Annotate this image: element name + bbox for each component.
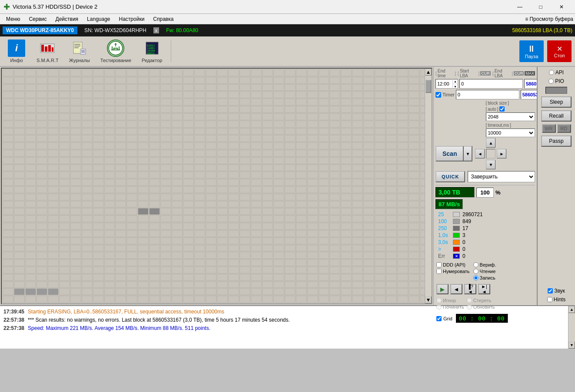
start-lba-input[interactable]: 0	[459, 79, 523, 89]
log-text-3: Speed: Maximum 221 MB/s. Average 154 MB/…	[28, 324, 210, 333]
write-radio[interactable]	[473, 275, 479, 280]
block-params: [ block size ] [ auto ] 2048 512 1024 40…	[486, 101, 535, 137]
scan-cell	[386, 186, 397, 193]
rd-button[interactable]: RD	[557, 124, 571, 133]
time-spinner[interactable]: ▲ ▼	[452, 79, 458, 89]
scan-cell	[3, 201, 13, 208]
scan-cell	[285, 142, 296, 149]
arrow-up-button[interactable]: ▲	[486, 138, 495, 148]
log-scroll-down[interactable]: ▼	[568, 342, 575, 349]
scan-button[interactable]: Scan	[435, 146, 464, 161]
menu-help[interactable]: Справка	[149, 15, 178, 23]
pause-button[interactable]: ⏸ Пауза	[519, 40, 544, 62]
buffer-view-button[interactable]: ≡ Просмотр буфера	[525, 16, 573, 22]
block-size-label: block size	[488, 101, 507, 105]
sound-checkbox[interactable]	[548, 288, 553, 293]
time-down-button[interactable]: ▼	[453, 84, 458, 89]
play-button[interactable]: ▶	[436, 284, 449, 294]
scan-cell	[409, 77, 419, 84]
scan-cell	[352, 179, 363, 186]
hints-checkbox[interactable]	[547, 297, 552, 302]
numerate-checkbox[interactable]	[436, 269, 442, 274]
device-name[interactable]: WDC WD30PURZ-85AKKY0	[3, 26, 77, 34]
read-radio[interactable]	[473, 269, 479, 274]
sleep-button[interactable]: Sleep	[541, 96, 572, 108]
quick-button[interactable]: QUICK	[435, 171, 465, 182]
logs-button[interactable]: Журналы	[66, 38, 93, 65]
scan-cell	[341, 179, 352, 186]
end-time-input[interactable]	[436, 81, 452, 87]
scroll-thumb[interactable]	[425, 80, 431, 93]
arrow-right-button[interactable]: ►	[497, 149, 506, 158]
svg-rect-9	[80, 49, 86, 54]
scan-cell	[262, 281, 273, 288]
editor-button[interactable]: 01011 11001 10100 0001k Редактор	[138, 38, 166, 65]
scan-cell	[375, 165, 386, 171]
end-time-field-container: ▲ ▼	[435, 79, 458, 89]
editor-icon: 01011 11001 10100 0001k	[143, 40, 161, 57]
scan-scroll-bar[interactable]: ▲ ▼	[425, 69, 432, 303]
arrow-down-button[interactable]: ▼	[486, 160, 495, 169]
scroll-down-button[interactable]: ▼	[425, 296, 432, 303]
scan-cell	[329, 84, 340, 91]
recall-button[interactable]: Recall	[541, 110, 572, 122]
menu-settings[interactable]: Настройки	[115, 15, 149, 23]
skip-next-button[interactable]: ►|◄	[478, 284, 490, 294]
erase-radio[interactable]	[467, 298, 472, 303]
scan-cell	[307, 69, 318, 76]
scan-cell	[319, 113, 329, 120]
passp-button[interactable]: Passp	[541, 135, 572, 147]
scan-cell	[37, 208, 47, 215]
block-auto-checkbox[interactable]	[499, 106, 505, 112]
time-up-button[interactable]: ▲	[453, 79, 458, 84]
scan-cell	[273, 121, 284, 128]
skip-prev-button[interactable]: ▐?◄	[464, 284, 476, 294]
scan-cell	[172, 296, 183, 303]
menu-menu[interactable]: Меню	[2, 15, 24, 23]
timer-value-input[interactable]: 0	[456, 90, 519, 99]
log-scroll-up[interactable]: ▲	[568, 306, 575, 313]
arrow-left-button[interactable]: ◄	[475, 149, 485, 158]
scan-cell	[375, 150, 386, 157]
wr-button[interactable]: WR	[542, 124, 556, 133]
menu-service[interactable]: Сервис	[24, 15, 51, 23]
api-radio[interactable]	[549, 70, 554, 75]
pause-icon: ⏸	[527, 44, 536, 54]
info-button[interactable]: i Инфо	[3, 38, 30, 65]
scroll-up-button[interactable]: ▲	[425, 69, 432, 76]
pio-radio[interactable]	[548, 79, 554, 84]
scan-cell	[262, 274, 273, 281]
log-scroll-track[interactable]	[568, 313, 575, 342]
minimize-button[interactable]: —	[510, 0, 530, 14]
test-button[interactable]: Тестирование	[97, 38, 135, 65]
smart-button[interactable]: S.M.A.R.T	[33, 38, 62, 65]
maximize-button[interactable]: □	[531, 0, 551, 14]
log-scroll-bar[interactable]: ▲ ▼	[568, 306, 575, 349]
rewind-button[interactable]: ◄	[450, 284, 462, 294]
timeout-select[interactable]: 10000 5000 30000	[486, 128, 535, 137]
scan-cell	[37, 99, 47, 105]
close-button[interactable]: ✕	[552, 0, 572, 14]
ignore-radio[interactable]	[436, 298, 442, 303]
menu-actions[interactable]: Действия	[51, 15, 83, 23]
device-sn-close[interactable]: x	[153, 27, 160, 33]
stop-button[interactable]: ✕ Стоп	[547, 40, 572, 62]
scan-cell	[138, 215, 149, 222]
scan-cell	[363, 281, 374, 288]
stop-label: Стоп	[554, 53, 565, 58]
scan-cell	[126, 288, 137, 295]
block-size-select[interactable]: 2048 512 1024 4096	[486, 112, 535, 121]
scan-cell	[104, 121, 115, 128]
verify-radio[interactable]	[473, 262, 479, 267]
ddd-api-checkbox[interactable]	[436, 262, 442, 267]
scan-cell	[149, 194, 160, 201]
timer-checkbox[interactable]	[435, 92, 441, 98]
scan-dropdown-button[interactable]: ▼	[464, 146, 472, 161]
menu-language[interactable]: Language	[83, 15, 114, 23]
scan-cell	[296, 69, 307, 76]
scan-cell	[386, 157, 397, 164]
scroll-track[interactable]	[425, 76, 432, 296]
scan-cell	[273, 99, 284, 105]
finish-select[interactable]: Завершить	[468, 171, 535, 182]
scan-cell	[25, 150, 36, 157]
